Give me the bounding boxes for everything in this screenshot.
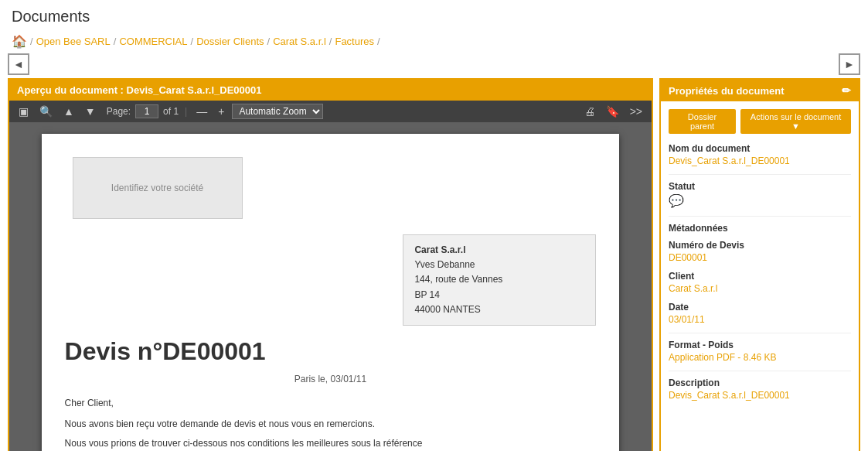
company-name: Carat S.a.r.l (414, 243, 584, 258)
divider-1 (669, 174, 851, 175)
zoom-minus-button[interactable]: — (193, 104, 210, 119)
breadcrumb-factures[interactable]: Factures (335, 36, 374, 47)
date-line: Paris le, 03/01/11 (65, 374, 597, 384)
client-section: Client Carat S.a.r.l (669, 271, 851, 294)
salutation: Cher Client, (65, 396, 597, 411)
client-label: Client (669, 271, 851, 282)
description-label: Description (669, 378, 851, 388)
prev-page-button[interactable]: ▲ (60, 104, 77, 119)
date-value: 03/01/11 (669, 314, 851, 325)
nom-section: Nom du document Devis_Carat S.a.r.l_DE00… (669, 143, 851, 166)
devis-title: Devis n°DE00001 (65, 337, 597, 366)
page-title: Documents (12, 8, 856, 26)
statut-icon: 💬 (669, 193, 851, 208)
properties-header: Propriétés du document ✏ (661, 80, 859, 101)
next-arrow-button[interactable]: ► (839, 53, 860, 75)
page-total: of 1 (163, 106, 179, 117)
actions-document-button[interactable]: Actions sur le document ▼ (740, 109, 851, 134)
zoom-select[interactable]: Automatic Zoom 50% 75% 100% 125% 150% 20… (232, 104, 323, 119)
breadcrumb-dossier-clients[interactable]: Dossier Clients (196, 36, 264, 47)
date-section: Date 03/01/11 (669, 302, 851, 325)
bookmark-button[interactable]: 🔖 (603, 104, 622, 119)
search-pdf-button[interactable]: 🔍 (36, 104, 56, 119)
next-page-button[interactable]: ▼ (82, 104, 99, 119)
divider-4 (669, 371, 851, 371)
pdf-toolbar: ▣ 🔍 ▲ ▼ Page: of 1 | — + Automatic Zoom … (9, 101, 652, 122)
nom-label: Nom du document (669, 143, 851, 154)
properties-panel: Propriétés du document ✏ Dossier parent … (659, 78, 860, 451)
print-button[interactable]: 🖨 (581, 104, 598, 119)
numero-label: Numéro de Devis (669, 240, 851, 251)
description-section: Description Devis_Carat S.a.r.l_DE00001 (669, 378, 851, 401)
properties-header-label: Propriétés du document (669, 85, 785, 97)
prev-arrow-button[interactable]: ◄ (8, 53, 29, 75)
format-label: Format - Poids (669, 340, 851, 350)
date-label: Date (669, 302, 851, 313)
company-contact: Yves Debanne (414, 258, 584, 272)
doc-preview-header: Aperçu du document : Devis_Carat S.a.r.l… (9, 80, 652, 101)
company-address2: BP 14 (414, 288, 584, 302)
breadcrumb-open-bee[interactable]: Open Bee SARL (36, 36, 111, 47)
breadcrumb-carat[interactable]: Carat S.a.r.l (273, 36, 326, 47)
metadata-title: Métadonnées (669, 223, 851, 234)
statut-section: Statut 💬 (669, 181, 851, 208)
page-number-input[interactable] (135, 104, 158, 118)
company-city: 44000 NANTES (414, 302, 584, 317)
properties-body: Dossier parent Actions sur le document ▼… (661, 101, 859, 416)
nav-arrows-row: ◄ ► (0, 53, 868, 75)
home-icon[interactable]: 🏠 (12, 34, 27, 49)
pdf-viewer[interactable]: Identifiez votre société Carat S.a.r.l Y… (9, 122, 652, 451)
body-text-2: Nous vous prions de trouver ci-dessous n… (65, 436, 597, 451)
description-value: Devis_Carat S.a.r.l_DE00001 (669, 390, 851, 401)
breadcrumb: 🏠 / Open Bee SARL / COMMERCIAL / Dossier… (0, 34, 868, 53)
numero-value: DE00001 (669, 252, 851, 263)
prop-buttons: Dossier parent Actions sur le document ▼ (669, 109, 851, 134)
main-content: Aperçu du document : Devis_Carat S.a.r.l… (0, 78, 868, 451)
format-value: Application PDF - 8.46 KB (669, 352, 851, 363)
page-wrapper: Documents 🏠 / Open Bee SARL / COMMERCIAL… (0, 0, 868, 451)
page-label: Page: (107, 106, 131, 117)
numero-section: Numéro de Devis DE00001 (669, 240, 851, 263)
doc-preview-panel: Aperçu du document : Devis_Carat S.a.r.l… (8, 78, 653, 451)
nom-value: Devis_Carat S.a.r.l_DE00001 (669, 155, 851, 166)
breadcrumb-commercial[interactable]: COMMERCIAL (119, 36, 187, 47)
page-header: Documents (0, 0, 868, 34)
more-tools-button[interactable]: >> (627, 104, 645, 119)
dossier-parent-button[interactable]: Dossier parent (669, 109, 736, 134)
divider-3 (669, 333, 851, 333)
society-placeholder-box: Identifiez votre société (73, 157, 243, 219)
edit-icon[interactable]: ✏ (842, 84, 851, 97)
company-info-box: Carat S.a.r.l Yves Debanne 144, route de… (403, 234, 596, 326)
sidebar-toggle-button[interactable]: ▣ (15, 104, 32, 119)
statut-label: Statut (669, 181, 851, 192)
pdf-page: Identifiez votre société Carat S.a.r.l Y… (42, 134, 620, 451)
divider-2 (669, 216, 851, 217)
zoom-plus-button[interactable]: + (215, 104, 227, 119)
body-text-1: Nous avons bien reçu votre demande de de… (65, 417, 597, 432)
company-address1: 144, route de Vannes (414, 272, 584, 287)
format-section: Format - Poids Application PDF - 8.46 KB (669, 340, 851, 363)
society-placeholder-text: Identifiez votre société (111, 183, 203, 193)
letter-body: Cher Client, Nous avons bien reçu votre … (65, 396, 597, 451)
client-value: Carat S.a.r.l (669, 283, 851, 294)
